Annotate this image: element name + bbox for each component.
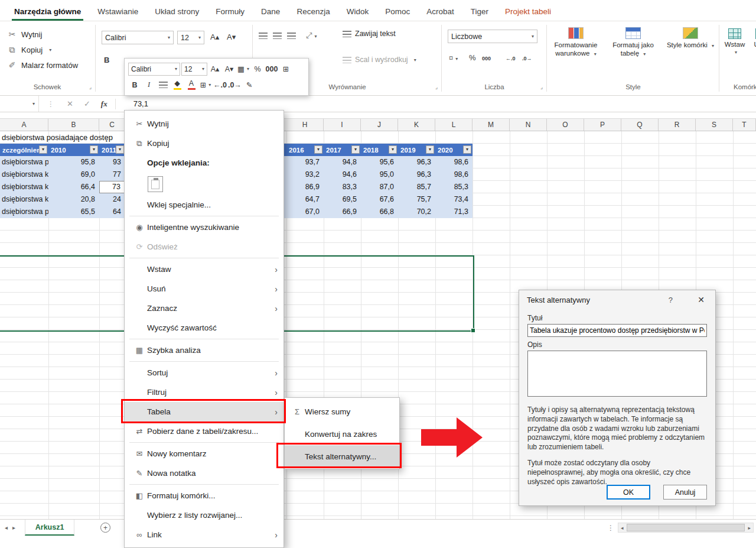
row-label-cell[interactable]: dsiębiorstwa po [0,206,48,218]
column-header-P[interactable]: P [584,119,621,131]
table-header-cell-zczególnieni[interactable]: zczególnieni▾ [0,144,48,156]
data-cell[interactable]: 77 [99,168,125,181]
data-cell[interactable]: 69,5 [324,193,361,206]
data-cell[interactable]: 66,9 [324,206,361,218]
filter-dropdown-icon[interactable]: ▾ [314,145,322,154]
horizontal-scrollbar[interactable]: ◂ ▸ [618,523,754,533]
tab-wstawianie[interactable]: Wstawianie [89,2,146,21]
help-icon[interactable]: ? [669,296,673,304]
row-label-cell[interactable]: dsiębiorstwa ko [0,181,48,193]
data-cell[interactable]: 64 [99,206,125,218]
tab-pomoc[interactable]: Pomoc [377,2,418,21]
align-top-icon[interactable] [259,32,268,41]
menu-item-nowa-notatka[interactable]: ✎Nowa notatka [125,463,284,483]
column-header-C[interactable]: C [99,119,125,131]
submenu-item-wiersz-sumy[interactable]: ΣWiersz sumy [285,400,399,423]
mini-decrease-decimal-icon[interactable]: .0→ [228,79,242,92]
mini-increase-font-icon[interactable]: A▴ [208,63,221,76]
conditional-formatting-button[interactable]: Formatowanie warunkowe ▾ [548,27,604,58]
column-header-K[interactable]: K [398,119,435,131]
alignment-dialog-launcher-icon[interactable]: ⌟ [435,84,438,90]
increase-font-icon[interactable]: A▴ [210,33,219,41]
column-header-T[interactable]: T [733,119,756,131]
filter-dropdown-icon[interactable]: ▾ [389,145,397,154]
sheet-nav-left-icon[interactable]: ◂ [5,524,8,531]
format-painter-button[interactable]: ✐ Malarz formatów [7,58,78,72]
table-header-cell-2019[interactable]: 2019▾ [398,144,435,156]
menu-item-zaznacz[interactable]: Zaznacz› [125,299,284,318]
data-cell[interactable]: 93,2 [286,168,324,181]
add-sheet-button[interactable]: + [100,523,110,533]
menu-item-opcje-wklejania[interactable]: Opcje wklejania: [125,153,284,173]
insert-cells-button[interactable]: Wstaw ▾ [722,28,748,55]
mini-italic-button[interactable]: I [142,79,155,92]
mini-format-painter-icon[interactable]: ▦▾ [237,63,250,76]
ok-button[interactable]: OK [607,485,650,500]
data-cell[interactable]: 93,7 [286,156,324,168]
mini-comma-style-icon[interactable]: 000 [265,63,278,76]
menu-item-pobierz-dane-z-tabeli-zakresu[interactable]: ⇄Pobierz dane z tabeli/zakresu... [125,421,284,441]
data-cell[interactable]: 20,8 [48,193,99,206]
submenu-item-tekst-alternatywny[interactable]: Tekst alternatywny... [285,445,399,468]
column-header-I[interactable]: I [324,119,361,131]
table-header-cell-2016[interactable]: 2016▾ [286,144,324,156]
font-family-select[interactable]: Calibri ▾ [102,31,174,44]
row-label-cell[interactable]: dsiębiorstwa po [0,156,48,168]
menu-item-wyczyść-zawartość[interactable]: Wyczyść zawartość [125,318,284,338]
data-cell[interactable]: 65,5 [48,206,99,218]
data-cell[interactable]: 24 [99,193,125,206]
text-orientation-icon[interactable]: ⤢▾ [306,31,317,40]
column-header-Q[interactable]: Q [621,119,659,131]
decrease-font-icon[interactable]: A▾ [227,33,236,41]
name-box[interactable]: ▾ [0,96,39,112]
column-header-L[interactable]: L [435,119,472,131]
column-header-M[interactable]: M [472,119,510,131]
active-cell[interactable]: 73 [99,181,125,193]
data-cell[interactable]: 94,8 [324,156,361,168]
description-textarea[interactable] [527,351,707,397]
data-cell[interactable]: 64,7 [286,193,324,206]
tab-tiger[interactable]: Tiger [462,2,497,21]
menu-item-odśwież[interactable]: ⟳Odśwież [125,237,284,257]
menu-item-kopiuj[interactable]: ⧉Kopiuj [125,134,284,153]
column-header-J[interactable]: J [361,119,398,131]
tab-acrobat[interactable]: Acrobat [418,2,462,21]
merge-center-button[interactable]: Scal i wyśrodkuj ▾ [343,56,416,64]
tab-formuły[interactable]: Formuły [207,2,253,21]
filter-dropdown-icon[interactable]: ▾ [90,145,98,154]
data-cell[interactable]: 85,3 [435,181,472,193]
data-cell[interactable]: 87,0 [361,181,398,193]
column-header-R[interactable]: R [659,119,696,131]
mini-percent-icon[interactable]: % [251,63,264,76]
tab-układ-strony[interactable]: Układ strony [146,2,207,21]
mini-increase-decimal-icon[interactable]: ←.0 [213,79,227,92]
table-header-cell-2018[interactable]: 2018▾ [361,144,398,156]
data-cell[interactable]: 67,0 [286,206,324,218]
tab-widok[interactable]: Widok [338,2,377,21]
delete-cells-button[interactable]: Usuń [749,28,756,48]
tab-recenzja[interactable]: Recenzja [288,2,338,21]
data-cell[interactable]: 96,3 [398,156,435,168]
data-cell[interactable]: 93 [99,156,125,168]
close-icon[interactable]: ✕ [698,295,705,304]
data-cell[interactable]: 70,2 [398,206,435,218]
clipboard-dialog-launcher-icon[interactable]: ⌟ [89,84,92,90]
column-header-N[interactable]: N [510,119,547,131]
align-bottom-icon[interactable] [287,32,296,41]
data-cell[interactable]: 71,3 [435,206,472,218]
data-cell[interactable]: 73,4 [435,193,472,206]
mini-brush-icon[interactable]: ✎ [243,79,256,92]
data-cell[interactable]: 85,7 [398,181,435,193]
data-cell[interactable]: 98,6 [435,168,472,181]
mini-align-center-icon[interactable] [157,79,170,92]
menu-item-wybierz-z-listy-rozwijanej[interactable]: Wybierz z listy rozwijanej... [125,505,284,525]
table-header-cell-2010[interactable]: 2010▾ [48,144,99,156]
row-label-cell[interactable]: dsiębiorstwa ko [0,168,48,181]
menu-item-link[interactable]: ∞Link› [125,525,284,544]
title-input[interactable] [527,324,707,337]
number-format-select[interactable]: Liczbowe ▾ [448,30,537,43]
column-header-H[interactable]: H [286,119,324,131]
cancel-icon[interactable]: ✕ [67,99,73,108]
filter-dropdown-icon[interactable]: ▾ [116,145,124,154]
mini-bold-button[interactable]: B [128,79,141,92]
